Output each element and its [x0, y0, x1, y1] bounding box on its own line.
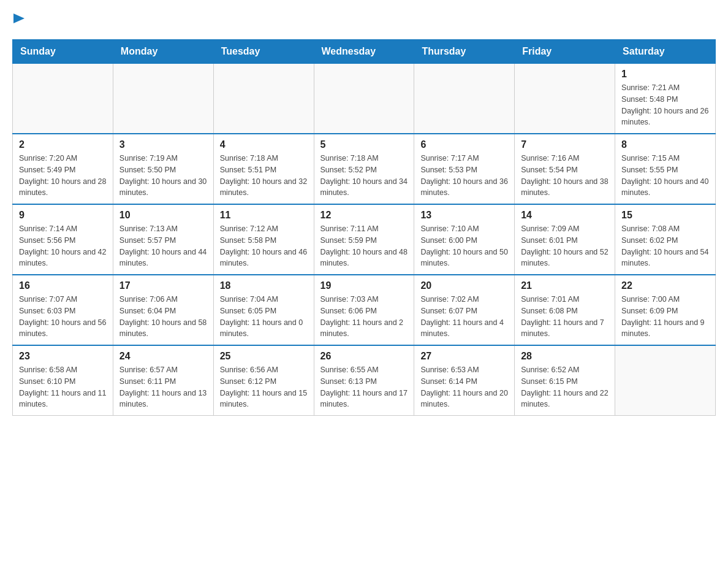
calendar-header-saturday: Saturday: [615, 40, 716, 64]
day-number: 17: [119, 280, 207, 291]
calendar-cell: 2Sunrise: 7:20 AM Sunset: 5:49 PM Daylig…: [13, 134, 113, 204]
calendar-cell: [113, 64, 213, 134]
day-info: Sunrise: 6:56 AM Sunset: 6:12 PM Dayligh…: [220, 364, 308, 410]
day-info: Sunrise: 6:53 AM Sunset: 6:14 PM Dayligh…: [420, 364, 508, 410]
calendar-header-monday: Monday: [113, 40, 213, 64]
day-info: Sunrise: 7:17 AM Sunset: 5:53 PM Dayligh…: [420, 153, 508, 199]
calendar-cell: 16Sunrise: 7:07 AM Sunset: 6:03 PM Dayli…: [13, 275, 113, 345]
calendar-header-thursday: Thursday: [414, 40, 515, 64]
day-number: 1: [621, 69, 709, 80]
day-info: Sunrise: 7:09 AM Sunset: 6:01 PM Dayligh…: [521, 223, 609, 269]
calendar-week-row: 23Sunrise: 6:58 AM Sunset: 6:10 PM Dayli…: [13, 345, 716, 416]
day-number: 24: [119, 351, 207, 362]
calendar-cell: [13, 64, 113, 134]
calendar-cell: 11Sunrise: 7:12 AM Sunset: 5:58 PM Dayli…: [213, 204, 314, 275]
day-number: 8: [621, 139, 709, 150]
day-number: 13: [420, 210, 508, 221]
calendar-cell: [414, 64, 515, 134]
day-number: 12: [320, 210, 408, 221]
calendar-cell: [515, 64, 615, 134]
calendar-cell: 3Sunrise: 7:19 AM Sunset: 5:50 PM Daylig…: [113, 134, 213, 204]
calendar-week-row: 2Sunrise: 7:20 AM Sunset: 5:49 PM Daylig…: [13, 134, 716, 204]
day-number: 5: [320, 139, 408, 150]
calendar-cell: 28Sunrise: 6:52 AM Sunset: 6:15 PM Dayli…: [515, 345, 615, 416]
calendar-table: SundayMondayTuesdayWednesdayThursdayFrid…: [12, 39, 716, 416]
calendar-cell: 8Sunrise: 7:15 AM Sunset: 5:55 PM Daylig…: [615, 134, 716, 204]
calendar-cell: 5Sunrise: 7:18 AM Sunset: 5:52 PM Daylig…: [314, 134, 414, 204]
day-number: 27: [420, 351, 508, 362]
day-number: 26: [320, 351, 408, 362]
day-number: 11: [220, 210, 308, 221]
calendar-week-row: 9Sunrise: 7:14 AM Sunset: 5:56 PM Daylig…: [13, 204, 716, 275]
calendar-cell: [615, 345, 716, 416]
calendar-cell: 18Sunrise: 7:04 AM Sunset: 6:05 PM Dayli…: [213, 275, 314, 345]
day-number: 28: [521, 351, 609, 362]
day-number: 14: [521, 210, 609, 221]
page-header: [12, 12, 716, 27]
calendar-cell: 26Sunrise: 6:55 AM Sunset: 6:13 PM Dayli…: [314, 345, 414, 416]
calendar-header-tuesday: Tuesday: [213, 40, 314, 64]
day-info: Sunrise: 7:13 AM Sunset: 5:57 PM Dayligh…: [119, 223, 207, 269]
day-info: Sunrise: 7:14 AM Sunset: 5:56 PM Dayligh…: [19, 223, 107, 269]
day-info: Sunrise: 7:10 AM Sunset: 6:00 PM Dayligh…: [420, 223, 508, 269]
calendar-cell: 10Sunrise: 7:13 AM Sunset: 5:57 PM Dayli…: [113, 204, 213, 275]
calendar-cell: [314, 64, 414, 134]
logo: [12, 12, 25, 27]
day-info: Sunrise: 7:11 AM Sunset: 5:59 PM Dayligh…: [320, 223, 408, 269]
calendar-week-row: 16Sunrise: 7:07 AM Sunset: 6:03 PM Dayli…: [13, 275, 716, 345]
calendar-week-row: 1Sunrise: 7:21 AM Sunset: 5:48 PM Daylig…: [13, 64, 716, 134]
day-info: Sunrise: 6:52 AM Sunset: 6:15 PM Dayligh…: [521, 364, 609, 410]
calendar-cell: 1Sunrise: 7:21 AM Sunset: 5:48 PM Daylig…: [615, 64, 716, 134]
day-info: Sunrise: 7:16 AM Sunset: 5:54 PM Dayligh…: [521, 153, 609, 199]
day-number: 15: [621, 210, 709, 221]
day-number: 3: [119, 139, 207, 150]
day-info: Sunrise: 7:18 AM Sunset: 5:51 PM Dayligh…: [220, 153, 308, 199]
calendar-cell: 9Sunrise: 7:14 AM Sunset: 5:56 PM Daylig…: [13, 204, 113, 275]
calendar-cell: 4Sunrise: 7:18 AM Sunset: 5:51 PM Daylig…: [213, 134, 314, 204]
calendar-cell: 12Sunrise: 7:11 AM Sunset: 5:59 PM Dayli…: [314, 204, 414, 275]
day-info: Sunrise: 6:58 AM Sunset: 6:10 PM Dayligh…: [19, 364, 107, 410]
calendar-cell: [213, 64, 314, 134]
day-info: Sunrise: 7:18 AM Sunset: 5:52 PM Dayligh…: [320, 153, 408, 199]
day-number: 10: [119, 210, 207, 221]
calendar-header-friday: Friday: [515, 40, 615, 64]
day-info: Sunrise: 6:57 AM Sunset: 6:11 PM Dayligh…: [119, 364, 207, 410]
day-info: Sunrise: 7:00 AM Sunset: 6:09 PM Dayligh…: [621, 294, 709, 340]
calendar-cell: 7Sunrise: 7:16 AM Sunset: 5:54 PM Daylig…: [515, 134, 615, 204]
calendar-cell: 21Sunrise: 7:01 AM Sunset: 6:08 PM Dayli…: [515, 275, 615, 345]
calendar-cell: 14Sunrise: 7:09 AM Sunset: 6:01 PM Dayli…: [515, 204, 615, 275]
day-number: 9: [19, 210, 107, 221]
day-number: 18: [220, 280, 308, 291]
day-number: 16: [19, 280, 107, 291]
day-info: Sunrise: 7:07 AM Sunset: 6:03 PM Dayligh…: [19, 294, 107, 340]
calendar-cell: 17Sunrise: 7:06 AM Sunset: 6:04 PM Dayli…: [113, 275, 213, 345]
day-info: Sunrise: 7:12 AM Sunset: 5:58 PM Dayligh…: [220, 223, 308, 269]
calendar-header-sunday: Sunday: [13, 40, 113, 64]
calendar-cell: 19Sunrise: 7:03 AM Sunset: 6:06 PM Dayli…: [314, 275, 414, 345]
day-info: Sunrise: 7:08 AM Sunset: 6:02 PM Dayligh…: [621, 223, 709, 269]
day-info: Sunrise: 7:01 AM Sunset: 6:08 PM Dayligh…: [521, 294, 609, 340]
day-info: Sunrise: 7:02 AM Sunset: 6:07 PM Dayligh…: [420, 294, 508, 340]
day-info: Sunrise: 7:15 AM Sunset: 5:55 PM Dayligh…: [621, 153, 709, 199]
day-number: 7: [521, 139, 609, 150]
day-number: 22: [621, 280, 709, 291]
day-info: Sunrise: 6:55 AM Sunset: 6:13 PM Dayligh…: [320, 364, 408, 410]
day-number: 20: [420, 280, 508, 291]
day-info: Sunrise: 7:21 AM Sunset: 5:48 PM Dayligh…: [621, 82, 709, 128]
calendar-cell: 15Sunrise: 7:08 AM Sunset: 6:02 PM Dayli…: [615, 204, 716, 275]
day-info: Sunrise: 7:04 AM Sunset: 6:05 PM Dayligh…: [220, 294, 308, 340]
calendar-cell: 25Sunrise: 6:56 AM Sunset: 6:12 PM Dayli…: [213, 345, 314, 416]
calendar-cell: 27Sunrise: 6:53 AM Sunset: 6:14 PM Dayli…: [414, 345, 515, 416]
calendar-cell: 13Sunrise: 7:10 AM Sunset: 6:00 PM Dayli…: [414, 204, 515, 275]
svg-marker-0: [13, 13, 25, 23]
calendar-cell: 6Sunrise: 7:17 AM Sunset: 5:53 PM Daylig…: [414, 134, 515, 204]
calendar-cell: 20Sunrise: 7:02 AM Sunset: 6:07 PM Dayli…: [414, 275, 515, 345]
logo-flag-icon: [13, 13, 25, 27]
day-number: 19: [320, 280, 408, 291]
calendar-cell: 22Sunrise: 7:00 AM Sunset: 6:09 PM Dayli…: [615, 275, 716, 345]
calendar-header-row: SundayMondayTuesdayWednesdayThursdayFrid…: [13, 40, 716, 64]
day-info: Sunrise: 7:06 AM Sunset: 6:04 PM Dayligh…: [119, 294, 207, 340]
day-number: 25: [220, 351, 308, 362]
day-info: Sunrise: 7:03 AM Sunset: 6:06 PM Dayligh…: [320, 294, 408, 340]
day-number: 21: [521, 280, 609, 291]
